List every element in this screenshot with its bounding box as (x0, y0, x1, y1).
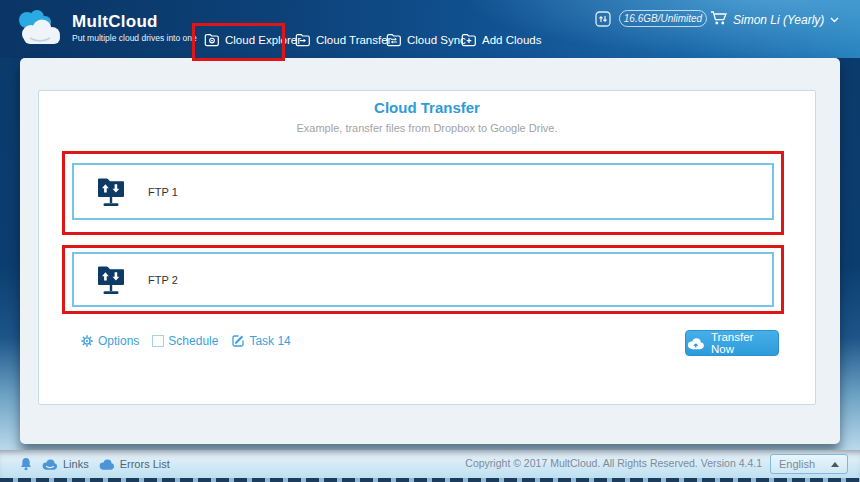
notifications-bell-icon[interactable] (20, 457, 32, 471)
footer-links: Links Errors List (20, 450, 170, 478)
nav-cloud-transfer[interactable]: Cloud Transfer (295, 26, 391, 54)
schedule-option[interactable]: Schedule (152, 334, 218, 348)
nav-cloud-sync[interactable]: Cloud Sync (386, 26, 466, 54)
cloud-upload-icon (686, 337, 705, 350)
links-label: Links (63, 458, 89, 470)
page-subtitle: Example, transfer files from Dropbox to … (38, 122, 816, 134)
language-value: English (779, 458, 815, 470)
edit-task-icon (231, 334, 245, 348)
transfer-now-label: Transfer Now (711, 331, 778, 355)
brand-name: MultCloud (72, 12, 158, 32)
task-label: Task 14 (249, 334, 290, 348)
traffic-icon[interactable] (595, 11, 611, 27)
cart-icon[interactable] (710, 10, 728, 26)
multcloud-logo-icon[interactable] (14, 7, 66, 51)
user-name: Simon Li (Yearly) (733, 13, 824, 27)
nav-label: Cloud Transfer (316, 34, 391, 46)
folder-sync-icon (386, 33, 402, 47)
brand-tagline: Put multiple cloud drives into one (72, 33, 197, 43)
options-row: Options Schedule Task 14 (80, 334, 291, 348)
nav-add-clouds[interactable]: Add Clouds (461, 26, 541, 54)
links-button[interactable]: Links (41, 458, 89, 470)
annotation-box-cloud-explorer (192, 23, 285, 61)
header: MultCloud Put multiple cloud drives into… (0, 0, 860, 58)
copyright-text: Copyright © 2017 MultCloud. All Rights R… (465, 457, 762, 469)
errors-list-button[interactable]: Errors List (98, 458, 170, 470)
folder-transfer-icon (295, 33, 311, 47)
multcloud-app: MultCloud Put multiple cloud drives into… (0, 0, 860, 482)
user-menu[interactable]: Simon Li (Yearly) (733, 13, 839, 27)
cloud-links-icon (41, 459, 58, 470)
nav-label: Add Clouds (482, 34, 541, 46)
transfer-now-button[interactable]: Transfer Now (685, 330, 779, 356)
annotation-box-ftp2 (62, 245, 784, 314)
page-title: Cloud Transfer (38, 99, 816, 116)
chevron-down-icon (830, 17, 839, 23)
schedule-checkbox[interactable] (152, 335, 164, 347)
options-label: Options (98, 334, 139, 348)
footer: Links Errors List Copyright © 2017 MultC… (0, 450, 860, 478)
folder-add-icon (461, 33, 477, 47)
annotation-box-ftp1 (62, 151, 784, 235)
task-name-link[interactable]: Task 14 (231, 334, 290, 348)
screenshot-edge-artifact (0, 478, 860, 482)
language-select[interactable]: English (770, 454, 848, 474)
storage-usage-badge[interactable]: 16.6GB/Unlimited (619, 10, 707, 27)
schedule-label: Schedule (168, 334, 218, 348)
options-link[interactable]: Options (80, 334, 139, 348)
gear-icon (80, 334, 94, 348)
errors-list-label: Errors List (120, 458, 170, 470)
cloud-errors-icon (98, 459, 115, 470)
nav-label: Cloud Sync (407, 34, 466, 46)
chevron-up-icon (831, 462, 839, 467)
